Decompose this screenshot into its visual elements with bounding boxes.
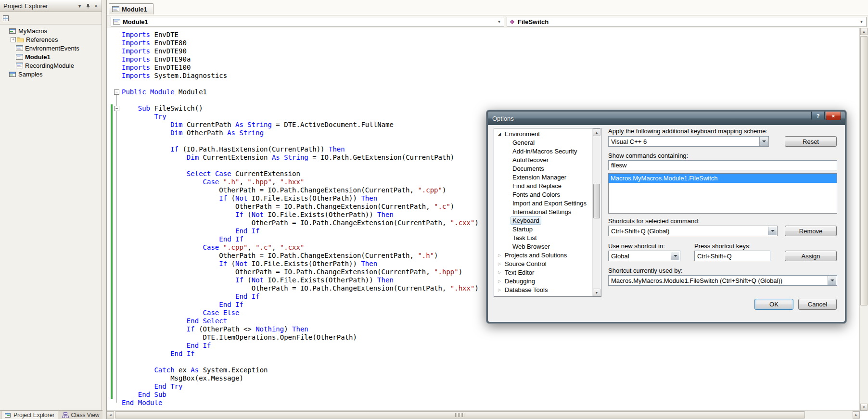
macros-ide-window: Project Explorer ▾ × MyMacros+References… — [0, 0, 868, 419]
expand-icon[interactable]: ▷ — [496, 279, 503, 283]
chevron-down-icon — [768, 227, 777, 235]
options-tree-item-documents[interactable]: Documents — [494, 164, 601, 173]
options-dialog-titlebar[interactable]: Options ? × — [488, 112, 845, 125]
vertical-scrollbar[interactable]: ▲ ▼ — [859, 28, 868, 411]
code-text[interactable]: Imports EnvDTEImports EnvDTE80Imports En… — [122, 31, 479, 407]
mapping-scheme-value: Visual C++ 6 — [611, 138, 647, 145]
options-tree-item-fonts-and-colors[interactable]: Fonts and Colors — [494, 190, 601, 199]
macro-project-icon — [9, 28, 16, 34]
mapping-scheme-select[interactable]: Visual C++ 6 — [608, 136, 769, 147]
shortcuts-select[interactable]: Ctrl+Shift+Q (Global) — [608, 226, 778, 236]
tree-item-references[interactable]: +References — [0, 35, 102, 44]
scroll-up-button[interactable]: ▲ — [860, 28, 868, 35]
document-tab-label: Module1 — [122, 6, 147, 13]
tree-item-environmentevents[interactable]: EnvironmentEvents — [0, 44, 102, 52]
code-line: OtherPath = IO.Path.ChangeExtension(Curr… — [122, 268, 479, 276]
scroll-up-button[interactable]: ▲ — [593, 128, 600, 136]
tab-project-explorer[interactable]: Project Explorer — [1, 411, 58, 419]
expand-icon[interactable]: ▷ — [496, 270, 503, 275]
options-tree-item-autorecover[interactable]: AutoRecover — [494, 155, 601, 164]
collapse-icon[interactable]: ◢ — [496, 132, 503, 136]
help-button[interactable]: ? — [811, 112, 825, 120]
options-tree-item-startup[interactable]: Startup — [494, 225, 601, 233]
members-dropdown[interactable]: FileSwitch ▼ — [507, 17, 867, 27]
dialog-title: Options — [492, 115, 514, 122]
shortcut-used-by-select[interactable]: Macros.MyMacros.Module1.FileSwitch (Ctrl… — [608, 275, 837, 286]
reset-button[interactable]: Reset — [785, 136, 837, 147]
scrollbar-thumb[interactable] — [593, 184, 600, 218]
expand-icon[interactable]: + — [11, 37, 16, 42]
expand-icon[interactable]: ▷ — [496, 262, 503, 266]
code-line: Case ".h", ".hpp", ".hxx" — [122, 178, 479, 186]
scroll-down-button[interactable]: ▼ — [593, 289, 600, 296]
fold-structure-line — [116, 95, 117, 403]
module-icon — [112, 6, 119, 12]
code-line: Sub FileSwitch() — [122, 104, 479, 113]
fold-toggle-module[interactable]: − — [114, 89, 119, 95]
options-tree-item-label: General — [511, 139, 536, 147]
types-dropdown[interactable]: Module1 ▼ — [111, 17, 504, 27]
assign-button[interactable]: Assign — [785, 251, 837, 261]
use-new-shortcut-select[interactable]: Global — [608, 251, 680, 261]
options-tree-scrollbar[interactable]: ▲ ▼ — [592, 128, 601, 296]
commands-listbox[interactable]: Macros.MyMacros.Module1.FileSwitch — [608, 173, 837, 214]
tree-item-samples[interactable]: Samples — [0, 70, 102, 78]
project-explorer-titlebar[interactable]: Project Explorer ▾ × — [0, 0, 102, 12]
tree-item-recordingmodule[interactable]: RecordingModule — [0, 61, 102, 70]
tree-item-label: EnvironmentEvents — [25, 45, 79, 52]
expand-icon[interactable]: ▷ — [496, 288, 503, 292]
options-tree-item-extension-manager[interactable]: Extension Manager — [494, 173, 601, 181]
code-line — [122, 137, 479, 145]
panel-title: Project Explorer — [3, 2, 76, 10]
options-category-tree: ◢EnvironmentGeneralAdd-in/Macros Securit… — [494, 128, 601, 297]
show-commands-label: Show commands containing: — [608, 152, 688, 159]
remove-button[interactable]: Remove — [785, 226, 837, 236]
options-tree-item-label: Source Control — [503, 260, 549, 268]
auto-hide-pin-icon[interactable] — [84, 2, 92, 10]
fold-toggle-sub[interactable]: − — [114, 106, 119, 111]
ok-button[interactable]: OK — [754, 299, 793, 310]
toggle-folders-icon[interactable] — [2, 15, 10, 22]
horizontal-scrollbar[interactable]: ◄ ► — [107, 410, 860, 419]
tab-class-view[interactable]: Class View — [58, 411, 103, 419]
options-tree-item-label: Projects and Solutions — [503, 251, 569, 259]
tree-item-label: Samples — [18, 71, 43, 78]
scroll-right-button[interactable]: ► — [853, 411, 860, 419]
cancel-button[interactable]: Cancel — [798, 299, 837, 310]
expand-icon[interactable]: ▷ — [496, 253, 503, 257]
tree-item-module1[interactable]: Module1 — [0, 52, 102, 61]
options-tree-item-source-control[interactable]: ▷Source Control — [494, 259, 601, 268]
close-icon[interactable]: × — [92, 2, 100, 10]
window-position-menu-icon[interactable]: ▾ — [76, 2, 84, 10]
options-tree-item-database-tools[interactable]: ▷Database Tools — [494, 285, 601, 294]
scroll-left-button[interactable]: ◄ — [107, 411, 114, 419]
options-tree-item-general[interactable]: General — [494, 138, 601, 147]
horizontal-scrollbar-thumb[interactable] — [115, 411, 805, 419]
options-tree-item-import-and-export-settings[interactable]: Import and Export Settings — [494, 199, 601, 207]
options-tree-item-task-list[interactable]: Task List — [494, 233, 601, 242]
vertical-scrollbar-thumb[interactable] — [860, 36, 868, 305]
code-line — [122, 358, 479, 366]
editor-navigation-bar: Module1 ▼ FileSwitch ▼ — [107, 15, 868, 28]
tree-item-mymacros[interactable]: MyMacros — [0, 26, 102, 35]
options-tree-item-debugging[interactable]: ▷Debugging — [494, 277, 601, 285]
options-tree-item-text-editor[interactable]: ▷Text Editor — [494, 268, 601, 277]
options-tree-item-international-settings[interactable]: International Settings — [494, 207, 601, 216]
close-button[interactable]: × — [826, 112, 841, 120]
options-tree-item-environment[interactable]: ◢Environment — [494, 129, 601, 138]
scroll-down-button[interactable]: ▼ — [860, 404, 868, 411]
command-filter-input[interactable]: filesw — [608, 160, 837, 170]
code-line: OtherPath = IO.Path.ChangeExtension(Curr… — [122, 252, 479, 260]
code-line: Select Case CurrentExtension — [122, 170, 479, 178]
document-tab-module1[interactable]: Module1 — [109, 3, 153, 14]
options-tree-item-add-in-macros-security[interactable]: Add-in/Macros Security — [494, 147, 601, 155]
code-line: If (Not IO.File.Exists(OtherPath)) Then — [122, 211, 479, 219]
options-tree-item-keyboard[interactable]: Keyboard — [494, 216, 601, 225]
options-tree-item-find-and-replace[interactable]: Find and Replace — [494, 181, 601, 190]
module-icon — [16, 45, 23, 51]
press-shortcut-keys-input[interactable]: Ctrl+Shift+Q — [694, 251, 770, 261]
code-line: If (Not IO.File.Exists(OtherPath)) Then — [122, 194, 479, 203]
options-tree-item-web-browser[interactable]: Web Browser — [494, 242, 601, 251]
command-list-item[interactable]: Macros.MyMacros.Module1.FileSwitch — [609, 174, 837, 183]
options-tree-item-projects-and-solutions[interactable]: ▷Projects and Solutions — [494, 251, 601, 259]
